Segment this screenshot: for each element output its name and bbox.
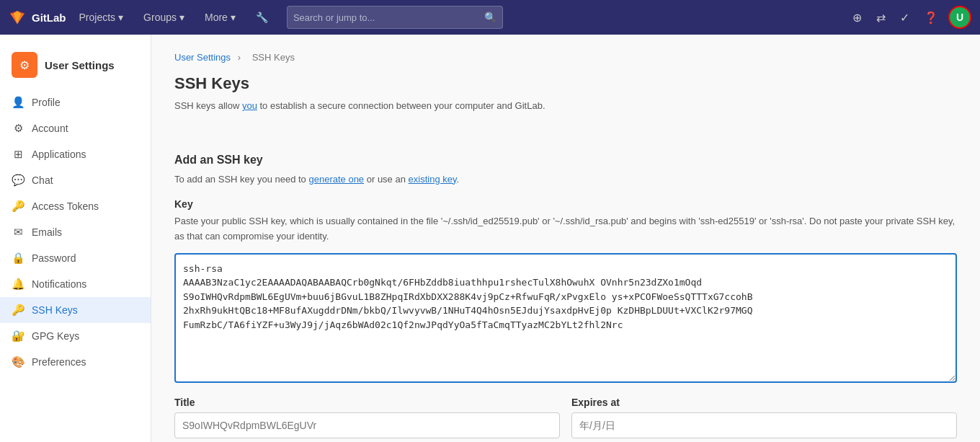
sidebar-item-gpg-keys[interactable]: 🔐 GPG Keys: [0, 323, 151, 349]
search-input[interactable]: [293, 12, 484, 23]
sidebar-item-chat[interactable]: 💬 Chat: [0, 167, 151, 193]
svg-text:⚙: ⚙: [19, 59, 30, 71]
expires-input[interactable]: [571, 412, 957, 438]
user-avatar[interactable]: U: [948, 6, 971, 29]
title-field-group: Title Give your individual key a title.: [174, 397, 560, 442]
notifications-icon: 🔔: [12, 278, 24, 291]
top-navigation: GitLab Projects ▾ Groups ▾ More ▾ 🔧 🔍 ⊕ …: [0, 0, 980, 35]
expires-label: Expires at: [571, 397, 957, 408]
new-item-icon[interactable]: ⊕: [848, 8, 866, 27]
merge-requests-icon[interactable]: ⇄: [872, 8, 890, 27]
content-grid: Add an SSH key To add an SSH key you nee…: [174, 131, 957, 443]
gpg-keys-icon: 🔐: [12, 330, 24, 342]
nav-more[interactable]: More ▾: [197, 9, 243, 26]
key-hint-text: Paste your public SSH key, which is usua…: [174, 214, 957, 244]
page-description: SSH keys allow you to establish a secure…: [174, 99, 957, 113]
breadcrumb-separator: ›: [238, 52, 241, 63]
account-icon: ⚙: [12, 122, 24, 135]
sidebar-item-preferences[interactable]: 🎨 Preferences: [0, 349, 151, 375]
nav-groups[interactable]: Groups ▾: [136, 9, 192, 26]
sidebar-item-ssh-keys[interactable]: 🔑 SSH Keys: [0, 297, 151, 323]
applications-icon: ⊞: [12, 148, 24, 161]
search-bar[interactable]: 🔍: [287, 6, 503, 29]
ssh-keys-icon: 🔑: [12, 304, 24, 317]
help-icon[interactable]: ❓: [919, 8, 943, 27]
generate-one-link[interactable]: generate one: [308, 174, 364, 185]
sidebar-item-profile[interactable]: 👤 Profile: [0, 89, 151, 115]
expires-field-group: Expires at: [571, 397, 957, 442]
title-input[interactable]: [174, 412, 560, 438]
key-section-title: Key: [174, 198, 957, 210]
existing-key-link[interactable]: existing key: [409, 174, 457, 185]
you-link[interactable]: you: [242, 100, 257, 111]
issues-icon[interactable]: ✓: [896, 8, 914, 27]
sidebar-item-emails[interactable]: ✉ Emails: [0, 219, 151, 245]
sidebar-item-applications[interactable]: ⊞ Applications: [0, 141, 151, 167]
form-fields-row: Title Give your individual key a title. …: [174, 397, 957, 442]
password-icon: 🔒: [12, 252, 24, 265]
preferences-icon: 🎨: [12, 355, 24, 368]
search-icon: 🔍: [484, 12, 496, 23]
nav-wrench[interactable]: 🔧: [249, 9, 275, 26]
breadcrumb-current: SSH Keys: [252, 52, 295, 63]
sidebar-header: ⚙ User Settings: [0, 46, 151, 89]
sidebar: ⚙ User Settings 👤 Profile ⚙ Account ⊞ Ap…: [0, 35, 151, 442]
sidebar-item-notifications[interactable]: 🔔 Notifications: [0, 271, 151, 297]
emails-icon: ✉: [12, 226, 24, 239]
nav-projects[interactable]: Projects ▾: [72, 9, 131, 26]
sidebar-item-account[interactable]: ⚙ Account: [0, 115, 151, 141]
access-tokens-icon: 🔑: [12, 200, 24, 213]
add-ssh-intro: To add an SSH key you need to generate o…: [174, 172, 957, 187]
chat-icon: 💬: [12, 174, 24, 187]
page-title: SSH Keys: [174, 74, 957, 93]
main-content: User Settings › SSH Keys SSH Keys SSH ke…: [151, 35, 980, 442]
sidebar-item-password[interactable]: 🔒 Password: [0, 245, 151, 271]
add-ssh-heading: Add an SSH key: [174, 154, 957, 167]
sidebar-item-access-tokens[interactable]: 🔑 Access Tokens: [0, 193, 151, 219]
profile-icon: 👤: [12, 96, 24, 109]
breadcrumb-parent[interactable]: User Settings: [174, 52, 231, 63]
sidebar-title: User Settings: [45, 59, 115, 71]
title-label: Title: [174, 397, 560, 408]
sidebar-logo-icon: ⚙: [12, 52, 37, 78]
nav-right-actions: ⊕ ⇄ ✓ ❓ U: [848, 6, 971, 29]
ssh-key-textarea[interactable]: ssh-rsa AAAAB3NzaC1yc2EAAAADAQABAABAQCrb…: [174, 253, 957, 383]
breadcrumb: User Settings › SSH Keys: [174, 52, 957, 63]
right-column: Add an SSH key To add an SSH key you nee…: [174, 154, 957, 443]
page-layout: ⚙ User Settings 👤 Profile ⚙ Account ⊞ Ap…: [0, 35, 980, 442]
gitlab-logo[interactable]: GitLab: [9, 9, 66, 26]
